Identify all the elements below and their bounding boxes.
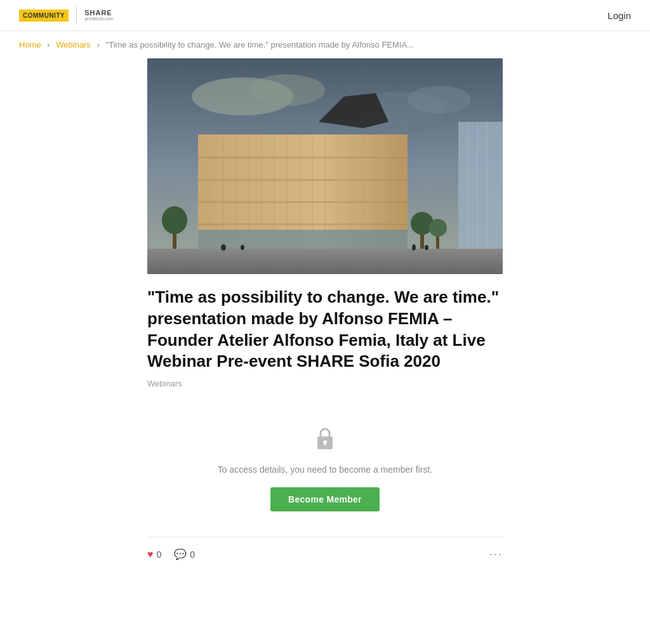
comment-icon: 💬: [174, 548, 187, 560]
footer-left: ♥ 0 💬 0: [147, 548, 195, 560]
svg-rect-24: [198, 201, 408, 203]
lock-section: To access details, you need to become a …: [147, 407, 503, 537]
svg-rect-25: [198, 223, 408, 225]
logo-share: SHARE architects.com: [84, 9, 113, 22]
svg-rect-26: [198, 230, 408, 249]
breadcrumb-sep-1: ›: [47, 40, 50, 49]
breadcrumb-current: "Time as possibility to change. We are t…: [106, 40, 414, 49]
breadcrumb-webinars[interactable]: Webinars: [56, 40, 91, 49]
svg-rect-34: [458, 122, 503, 249]
article-image: [147, 58, 503, 274]
svg-rect-23: [198, 179, 408, 181]
svg-point-29: [162, 206, 187, 234]
svg-point-33: [429, 219, 447, 237]
lock-icon: [315, 426, 335, 456]
image-placeholder: [147, 58, 503, 274]
svg-point-39: [241, 245, 244, 250]
comments-count: 0: [190, 549, 195, 560]
likes-action[interactable]: ♥ 0: [147, 549, 161, 560]
svg-point-40: [412, 244, 416, 251]
svg-point-4: [408, 86, 471, 114]
become-member-button[interactable]: Become Member: [270, 487, 380, 511]
heart-icon: ♥: [147, 549, 154, 560]
breadcrumb-sep-2: ›: [97, 40, 100, 49]
footer-actions: ♥ 0 💬 0 ···: [147, 537, 503, 571]
logo-share-text: SHARE: [84, 9, 112, 16]
svg-point-2: [249, 74, 325, 106]
article-title: "Time as possibility to change. We are t…: [147, 287, 503, 372]
svg-rect-22: [198, 157, 408, 159]
logo-share-subtext: architects.com: [84, 16, 113, 22]
lock-text: To access details, you need to become a …: [218, 464, 433, 475]
header: COMMUNITY SHARE architects.com Login: [0, 0, 650, 31]
logo-community: COMMUNITY: [19, 10, 69, 22]
comments-action[interactable]: 💬 0: [174, 548, 195, 560]
logo-divider: [76, 6, 77, 24]
svg-rect-27: [147, 249, 503, 274]
svg-point-41: [425, 245, 428, 250]
login-button[interactable]: Login: [607, 10, 631, 21]
breadcrumb: Home › Webinars › "Time as possibility t…: [0, 31, 650, 58]
article-category: Webinars: [147, 379, 503, 388]
likes-count: 0: [157, 549, 162, 560]
building-illustration: [147, 58, 503, 274]
svg-point-38: [221, 244, 226, 251]
more-options-button[interactable]: ···: [489, 548, 503, 561]
svg-rect-44: [324, 442, 326, 445]
main-content: "Time as possibility to change. We are t…: [71, 58, 579, 596]
logo: COMMUNITY SHARE architects.com: [19, 6, 113, 24]
breadcrumb-home[interactable]: Home: [19, 40, 41, 49]
